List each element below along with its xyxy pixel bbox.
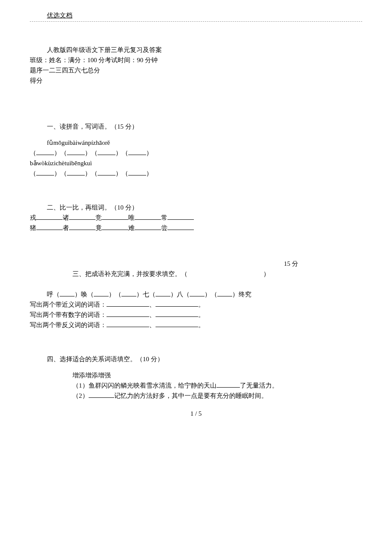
q1-pinyin-2: bǎwòkùzichètuìbēngkuì (30, 158, 362, 168)
blank[interactable] (107, 310, 149, 317)
q4-sentence-2: （2）记忆力的方法好多，其中一点是要有充分的睡眠时间。 (30, 391, 362, 401)
label: 写出两个带反义词的词语： (30, 322, 107, 328)
label: 写出两个带有数字的词语： (30, 311, 107, 318)
blank[interactable] (36, 169, 54, 176)
q4-sentence-1: （1）鱼群闪闪的鳞光映着雪水清流，给宁静的天山了无量活力。 (30, 380, 362, 391)
txt: ）七（ (136, 291, 156, 298)
blank[interactable] (156, 310, 198, 317)
char: 唯 (128, 214, 135, 221)
score-line: 得分 (30, 75, 362, 86)
txt: ）（ (109, 291, 121, 298)
q3-title-b: ） (263, 270, 270, 277)
q3-title-a: 三、把成语补充完满，并按要求填空。（ (72, 270, 187, 277)
txt: （1）鱼群闪闪的鳞光映着雪水清流，给宁静的天山 (72, 382, 216, 389)
blank[interactable] (156, 300, 198, 307)
q1-pinyin-1: fǔmōguìbàiwánpízhāorě (30, 138, 362, 148)
blank[interactable] (128, 148, 146, 155)
blank[interactable] (167, 223, 194, 230)
blank[interactable] (60, 290, 75, 297)
blank[interactable] (69, 223, 95, 230)
char: 难 (128, 224, 135, 231)
q4-words: 增添增添增强 (30, 370, 362, 380)
q3-line-2: 写出两个带有数字的词语：、。 (30, 310, 362, 320)
char: 戎 (30, 214, 36, 221)
blank[interactable] (128, 169, 146, 176)
txt: ）终究 (232, 291, 251, 298)
label: 写出两个带近义词的词语： (30, 301, 107, 308)
blank[interactable] (36, 148, 54, 155)
blank[interactable] (67, 148, 85, 155)
blank[interactable] (167, 213, 194, 220)
blank[interactable] (216, 381, 240, 388)
char: 尝 (161, 224, 167, 231)
blank[interactable] (135, 223, 161, 230)
q2-row-1: 戎诸竞唯常 (30, 213, 362, 223)
char: 常 (161, 214, 167, 221)
blank[interactable] (156, 290, 170, 297)
q2-row-2: 猪者竟难尝 (30, 223, 362, 233)
char: 竟 (95, 224, 102, 231)
blank[interactable] (107, 320, 149, 328)
blank[interactable] (102, 213, 128, 220)
q1-title: 一、读拼音，写词语。（15 分） (30, 121, 362, 132)
q3-fill: 呼（）唤（）（）七（）八（）（）终究 (30, 289, 362, 299)
page-header: 优选文档 (30, 10, 362, 23)
char: 猪 (30, 224, 36, 231)
meta-line: 班级：姓名：满分：100 分考试时间：90 分钟 (30, 55, 362, 65)
blank[interactable] (190, 290, 205, 297)
blank[interactable] (102, 223, 128, 230)
txt: （2） (72, 392, 89, 399)
q1-blanks-2: （）（）（）（） (30, 168, 362, 178)
q3-line-3: 写出两个带反义词的词语：、。 (30, 320, 362, 330)
sep: 、 (149, 301, 156, 308)
title: 人教版四年级语文下册三单元复习及答案 (30, 45, 362, 55)
q4-title: 四、选择适合的关系词语填空。（10 分） (30, 354, 362, 364)
blank[interactable] (67, 169, 85, 176)
document-page: 优选文档 人教版四年级语文下册三单元复习及答案 班级：姓名：满分：100 分考试… (0, 0, 392, 419)
end: 。 (198, 311, 205, 318)
header-label: 优选文档 (30, 12, 72, 19)
txt: ）（ (205, 291, 217, 298)
blank[interactable] (98, 169, 115, 176)
blank[interactable] (89, 391, 114, 398)
txt: 了无量活力。 (240, 382, 278, 389)
txt: ）八（ (170, 291, 190, 298)
blank[interactable] (98, 148, 115, 155)
char: 者 (63, 224, 69, 231)
blank[interactable] (107, 300, 149, 307)
char: 竞 (95, 214, 102, 221)
q1-blanks-1: （）（）（）（） (30, 148, 362, 158)
blank[interactable] (156, 320, 198, 328)
end: 。 (198, 322, 205, 328)
txt: 呼（ (47, 291, 60, 298)
blank[interactable] (217, 290, 232, 297)
sep: 、 (149, 311, 156, 318)
q3-title-wrap: 15 分 三、把成语补充完满，并按要求填空。（ ） (30, 269, 362, 279)
header-divider (30, 21, 362, 22)
document-body: 人教版四年级语文下册三单元复习及答案 班级：姓名：满分：100 分考试时间：90… (30, 45, 362, 419)
q3-title: 三、把成语补充完满，并按要求填空。（ ） (30, 269, 362, 279)
q3-line-1: 写出两个带近义词的词语：、。 (30, 299, 362, 310)
blank[interactable] (36, 223, 63, 230)
txt: 记忆力的方法好多，其中一点是要有充分的睡眠时间。 (114, 392, 268, 399)
blank[interactable] (36, 213, 63, 220)
blank[interactable] (121, 290, 136, 297)
txt: ）唤（ (75, 291, 94, 298)
q3-score: 15 分 (284, 259, 298, 269)
char: 诸 (63, 214, 69, 221)
sep: 、 (149, 322, 156, 328)
blank[interactable] (135, 213, 161, 220)
sequence-line: 题序一二三四五六七总分 (30, 65, 362, 75)
q2-title: 二、比一比，再组词。（10 分） (30, 202, 362, 213)
end: 。 (198, 301, 205, 308)
blank[interactable] (94, 290, 109, 297)
blank[interactable] (69, 213, 95, 220)
page-number: 1 / 5 (30, 408, 362, 419)
